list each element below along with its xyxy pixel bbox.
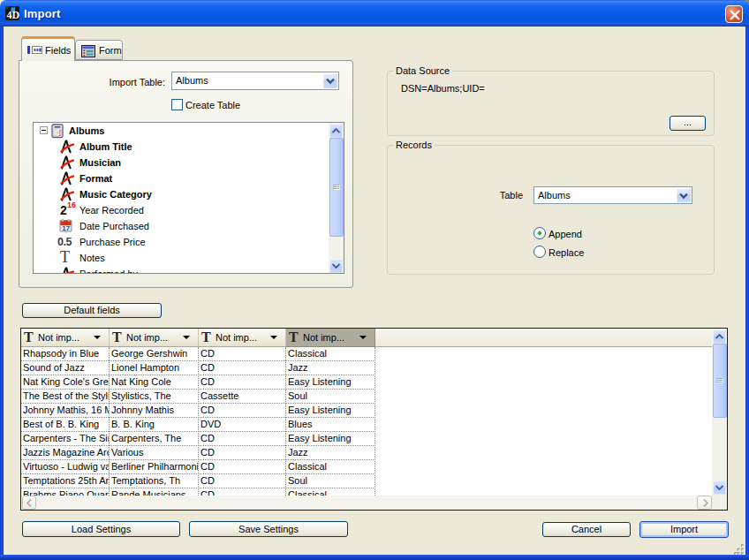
svg-text:17: 17 [62, 224, 70, 232]
svg-text:4D: 4D [7, 9, 20, 21]
